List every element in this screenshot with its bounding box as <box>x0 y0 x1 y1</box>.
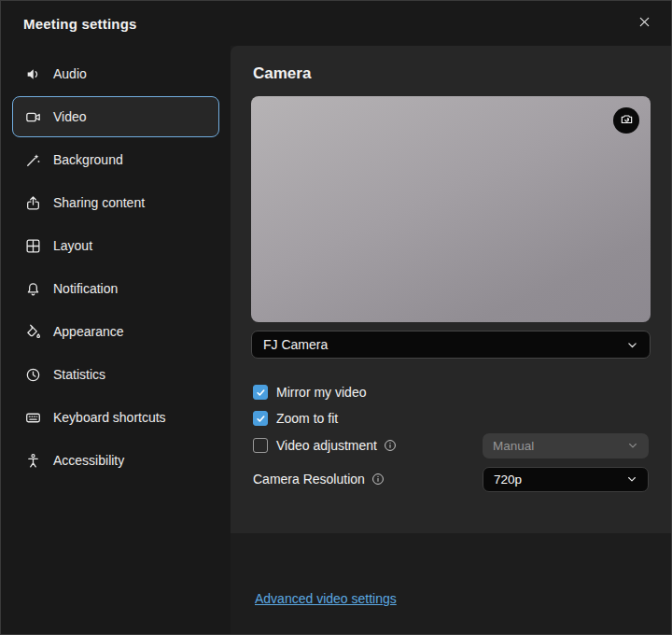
meeting-settings-dialog: Meeting settings Audio Video <box>0 0 672 635</box>
dialog-title: Meeting settings <box>23 16 628 32</box>
sidebar-item-sharing-content[interactable]: Sharing content <box>12 182 219 223</box>
paint-bucket-icon <box>24 323 41 340</box>
sidebar-item-layout[interactable]: Layout <box>12 225 219 266</box>
video-adjustment-mode-value: Manual <box>493 439 534 453</box>
accessibility-icon <box>24 452 41 469</box>
mirror-video-checkbox[interactable]: Mirror my video <box>253 379 649 405</box>
sidebar-item-notification[interactable]: Notification <box>12 268 219 309</box>
sidebar-item-label: Statistics <box>53 367 105 382</box>
sidebar-item-label: Sharing content <box>53 195 145 210</box>
sidebar-item-video[interactable]: Video <box>12 96 219 137</box>
video-adjustment-mode-select: Manual <box>483 433 649 459</box>
sidebar-item-label: Video <box>53 109 87 124</box>
camera-resolution-row: Camera Resolution 720p <box>253 465 649 493</box>
sidebar-item-audio[interactable]: Audio <box>12 53 219 94</box>
checkbox-label: Video adjustment <box>276 438 377 453</box>
panel-footer: Advanced video settings <box>231 533 671 634</box>
camera-flip-icon <box>620 112 634 129</box>
sidebar-item-label: Background <box>53 152 123 167</box>
checkbox-label: Zoom to fit <box>276 411 338 426</box>
camera-resolution-select[interactable]: 720p <box>483 467 649 492</box>
info-icon[interactable] <box>384 439 397 452</box>
camera-select[interactable]: FJ Camera <box>251 331 651 359</box>
zoom-to-fit-checkbox[interactable]: Zoom to fit <box>253 405 649 431</box>
wand-icon <box>24 151 41 168</box>
sidebar-item-statistics[interactable]: Statistics <box>12 354 219 395</box>
sidebar-item-label: Appearance <box>53 324 124 339</box>
clock-icon <box>24 366 41 383</box>
sidebar-item-label: Notification <box>53 281 118 296</box>
advanced-video-settings-link[interactable]: Advanced video settings <box>255 591 397 606</box>
keyboard-icon <box>24 409 41 426</box>
camera-resolution-label: Camera Resolution <box>253 472 365 487</box>
checkbox-unchecked-icon <box>253 438 268 453</box>
camera-settings-card: Camera FJ Camera <box>231 46 671 533</box>
bell-icon <box>24 280 41 297</box>
sidebar-item-keyboard-shortcuts[interactable]: Keyboard shortcuts <box>12 397 219 438</box>
info-icon[interactable] <box>371 473 385 486</box>
section-title-camera: Camera <box>253 64 651 83</box>
grid-icon <box>24 237 41 254</box>
settings-sidebar: Audio Video Background Sharing content <box>1 46 231 634</box>
close-button[interactable] <box>628 7 660 39</box>
checkbox-checked-icon <box>253 385 268 400</box>
sidebar-item-appearance[interactable]: Appearance <box>12 311 219 352</box>
flip-camera-button[interactable] <box>613 107 639 134</box>
camera-resolution-value: 720p <box>494 473 522 487</box>
sidebar-item-background[interactable]: Background <box>12 139 219 180</box>
camera-preview <box>251 96 651 322</box>
share-icon <box>24 194 41 211</box>
chevron-down-icon <box>627 440 638 451</box>
speaker-icon <box>24 65 41 82</box>
sidebar-item-label: Layout <box>53 238 92 253</box>
video-adjustment-row: Video adjustment Manual <box>253 431 649 459</box>
close-icon <box>637 15 651 32</box>
sidebar-item-accessibility[interactable]: Accessibility <box>12 440 219 481</box>
camera-icon <box>24 108 41 125</box>
checkbox-checked-icon <box>253 411 268 426</box>
camera-select-value: FJ Camera <box>263 337 328 352</box>
sidebar-item-label: Audio <box>53 66 87 81</box>
video-adjustment-checkbox[interactable]: Video adjustment <box>253 438 397 453</box>
chevron-down-icon <box>626 473 637 485</box>
sidebar-item-label: Keyboard shortcuts <box>53 410 166 425</box>
checkbox-label: Mirror my video <box>276 385 366 400</box>
sidebar-item-label: Accessibility <box>53 453 124 468</box>
title-bar: Meeting settings <box>1 1 671 46</box>
chevron-down-icon <box>626 339 638 351</box>
video-settings-panel: Camera FJ Camera <box>231 46 671 634</box>
